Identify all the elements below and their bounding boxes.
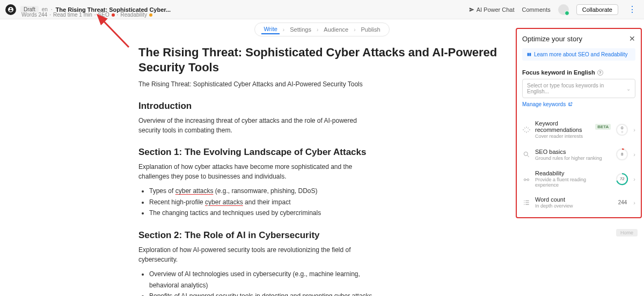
- read-time-meta: Read time 1 min: [53, 12, 92, 18]
- search-icon: [522, 150, 531, 159]
- comments-link[interactable]: Comments: [522, 6, 551, 13]
- article-subtitle[interactable]: The Rising Threat: Sophisticated Cyber A…: [138, 79, 375, 89]
- chevron-right-icon: ›: [633, 151, 635, 158]
- list-item[interactable]: Overview of AI technologies used in cybe…: [149, 269, 385, 291]
- chevron-right-icon: ›: [283, 27, 284, 33]
- tab-write[interactable]: Write: [261, 25, 279, 34]
- external-link-icon: [568, 102, 573, 107]
- focus-keyword-label: Focus keyword in English ?: [522, 69, 635, 76]
- learn-more-link[interactable]: Learn more about SEO and Readability: [522, 48, 635, 61]
- readability-status-dot-icon: [149, 13, 152, 17]
- word-count-row[interactable]: Word count In depth overview 244 ›: [522, 192, 635, 213]
- section2-paragraph[interactable]: Exploration of how AI-powered security t…: [138, 245, 375, 264]
- ai-power-chat-link[interactable]: AI Power Chat: [469, 6, 515, 13]
- logo-icon: [8, 6, 14, 13]
- list-icon: [522, 198, 531, 207]
- keyword-recommendations-row[interactable]: Keyword recommendationsBETA Cover reader…: [522, 116, 635, 143]
- optimize-panel: Optimize your story ✕ Learn more about S…: [516, 28, 642, 218]
- seo-status-dot-icon: [112, 13, 115, 17]
- chevron-down-icon: ⌄: [626, 86, 631, 92]
- chevron-right-icon: ›: [633, 199, 635, 206]
- help-icon[interactable]: ?: [597, 70, 603, 76]
- chevron-right-icon: ›: [633, 127, 635, 133]
- section1-paragraph[interactable]: Explanation of how cyber attacks have be…: [138, 162, 375, 181]
- readability-row[interactable]: Readability Provide a fluent reading exp…: [522, 166, 635, 192]
- word-count-value: 244: [618, 199, 627, 205]
- svg-point-2: [524, 152, 528, 156]
- tab-audience[interactable]: Audience: [321, 25, 350, 34]
- user-avatar[interactable]: [558, 4, 569, 15]
- topbar: Draft en · The Rising Threat: Sophistica…: [0, 0, 644, 19]
- tab-settings[interactable]: Settings: [288, 25, 313, 34]
- seo-meta-label: SEO: [98, 12, 109, 18]
- home-chip[interactable]: Home: [616, 229, 638, 236]
- intro-heading[interactable]: Introduction: [138, 101, 514, 112]
- send-icon: [469, 7, 474, 12]
- chevron-right-icon: ›: [633, 176, 635, 182]
- beta-badge: BETA: [595, 124, 611, 130]
- article-h1[interactable]: The Rising Threat: Sophisticated Cyber A…: [138, 45, 514, 75]
- glasses-icon: [522, 175, 531, 183]
- meta-bar: Words 244 · Read time 1 min · SEO · Read…: [21, 12, 152, 18]
- close-icon[interactable]: ✕: [629, 34, 635, 43]
- optimize-title: Optimize your story: [522, 35, 582, 43]
- manage-keywords-link[interactable]: Manage keywords: [522, 101, 635, 107]
- book-icon: [526, 52, 532, 57]
- gauge-recommendations: 00: [615, 123, 629, 137]
- more-menu-icon[interactable]: ⋮: [626, 4, 639, 14]
- chevron-right-icon: ›: [317, 27, 318, 33]
- list-item[interactable]: Benefits of AI-powered security tools in…: [149, 291, 385, 296]
- seo-basics-row[interactable]: SEO basics Ground rules for higher ranki…: [522, 143, 635, 166]
- list-item[interactable]: Recent high-profile cyber attacks and th…: [149, 197, 385, 208]
- app-logo[interactable]: [5, 4, 16, 15]
- list-item[interactable]: The changing tactics and techniques used…: [149, 208, 385, 218]
- readability-meta-label: Readability: [120, 12, 147, 18]
- section2-heading[interactable]: Section 2: The Role of AI in Cybersecuri…: [138, 230, 514, 241]
- gauge-readability: 72: [615, 172, 629, 186]
- svg-point-5: [527, 179, 529, 181]
- chevron-right-icon: ›: [354, 27, 355, 33]
- intro-paragraph[interactable]: Overview of the increasing threat of cyb…: [138, 116, 375, 135]
- gauge-seo: 8: [615, 147, 629, 161]
- list-item[interactable]: Types of cyber attacks (e.g., ransomware…: [149, 186, 385, 196]
- article-editor[interactable]: The Rising Threat: Sophisticated Cyber A…: [138, 45, 514, 296]
- tab-publish[interactable]: Publish: [359, 25, 383, 34]
- sparkle-icon: [522, 125, 531, 134]
- section1-heading[interactable]: Section 1: The Evolving Landscape of Cyb…: [138, 147, 514, 158]
- svg-point-4: [524, 179, 526, 181]
- word-count-meta: Words 244: [21, 12, 47, 18]
- focus-keyword-select[interactable]: Select or type focus keywords in English…: [522, 79, 635, 98]
- collaborate-button[interactable]: Collaborate: [576, 4, 618, 15]
